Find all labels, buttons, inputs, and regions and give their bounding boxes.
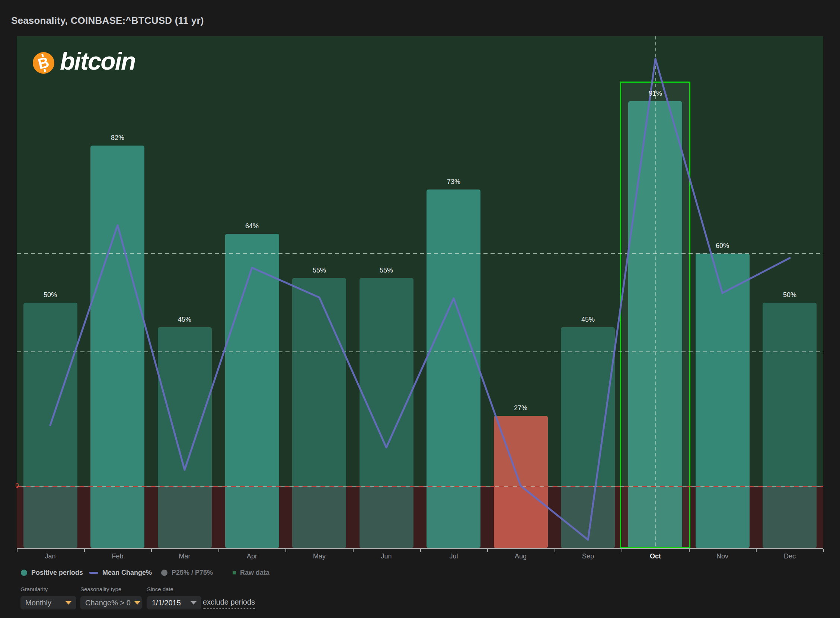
circle-marker-icon: [21, 570, 27, 576]
chart-plot-area[interactable]: B bitcoin 0 50%82%45%64%55%55%73%27%45%9…: [17, 36, 823, 548]
x-axis-label-apr: Apr: [230, 552, 274, 560]
x-axis-label-feb: Feb: [95, 552, 140, 560]
x-axis-label-jun: Jun: [364, 552, 409, 560]
bar-value-label: 45%: [162, 315, 207, 324]
since-date-label: Since date: [147, 586, 174, 592]
x-axis-label-may: May: [297, 552, 342, 560]
axis-tick: [285, 549, 286, 552]
exclude-periods-link[interactable]: exclude periods: [203, 598, 255, 609]
mean-change-line: [17, 36, 823, 548]
line-marker-icon: [89, 572, 98, 574]
axis-tick: [756, 549, 757, 552]
zero-line-label: 0: [13, 482, 21, 490]
legend-item-mean-change[interactable]: Mean Change%: [89, 567, 152, 578]
page-title: Seasonality, COINBASE:^BTCUSD (11 yr): [11, 15, 204, 27]
legend-item-positive-periods[interactable]: Positive periods: [21, 567, 83, 578]
seasonality-type-dropdown[interactable]: Change% > 0: [80, 596, 142, 609]
chevron-down-icon: [191, 601, 196, 605]
legend-label: Raw data: [240, 569, 269, 577]
axis-tick: [353, 549, 353, 552]
bar-value-label: 55%: [297, 266, 342, 274]
x-axis-label-aug: Aug: [498, 552, 543, 560]
x-axis-label-mar: Mar: [162, 552, 207, 560]
axis-tick: [823, 549, 824, 552]
bar-value-label: 91%: [633, 89, 678, 98]
bar-value-label: 27%: [498, 404, 543, 412]
bar-value-label: 73%: [431, 178, 476, 186]
seasonality-type-label: Seasonality type: [80, 586, 121, 592]
granularity-dropdown[interactable]: Monthly: [21, 596, 76, 609]
axis-tick: [689, 549, 690, 552]
x-axis-label-oct: Oct: [633, 552, 678, 560]
legend-item-raw-data[interactable]: Raw data: [233, 567, 269, 578]
square-marker-icon: [233, 571, 236, 575]
legend-label: Positive periods: [31, 569, 83, 577]
bar-value-label: 50%: [767, 291, 812, 299]
seasonality-widget: Seasonality, COINBASE:^BTCUSD (11 yr) B …: [0, 0, 840, 618]
bar-value-label: 64%: [230, 222, 274, 230]
axis-tick: [555, 549, 555, 552]
x-axis-label-jan: Jan: [28, 552, 73, 560]
circle-marker-icon: [161, 570, 168, 576]
x-axis-label-sep: Sep: [566, 552, 610, 560]
since-date-dropdown[interactable]: 1/1/2015: [147, 596, 201, 609]
x-axis-label-jul: Jul: [431, 552, 476, 560]
axis-tick: [151, 549, 152, 552]
bar-value-label: 55%: [364, 266, 409, 274]
legend-label: Mean Change%: [102, 569, 152, 577]
axis-tick: [17, 549, 18, 552]
axis-tick: [84, 549, 85, 552]
legend-label: P25% / P75%: [172, 569, 213, 577]
bar-value-label: 50%: [28, 291, 73, 299]
axis-tick: [487, 549, 488, 552]
axis-tick: [420, 549, 421, 552]
axis-tick: [218, 549, 219, 552]
bar-value-label: 45%: [566, 315, 610, 324]
axis-tick: [622, 549, 622, 552]
x-axis-label-nov: Nov: [700, 552, 745, 560]
legend-item-p25-p75[interactable]: P25% / P75%: [161, 567, 213, 578]
granularity-label: Granularity: [21, 586, 47, 592]
chevron-down-icon: [65, 601, 71, 605]
x-axis-label-dec: Dec: [767, 552, 812, 560]
bar-value-label: 82%: [95, 134, 140, 142]
chevron-down-icon: [134, 601, 140, 605]
bar-value-label: 60%: [700, 242, 745, 250]
